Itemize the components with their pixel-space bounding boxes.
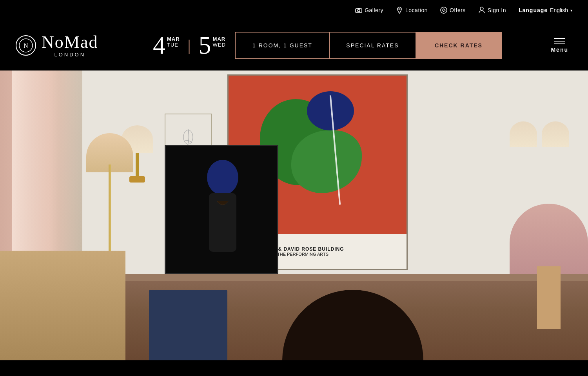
offers-nav-item[interactable]: Offers [440, 7, 466, 14]
tag-icon [440, 7, 447, 14]
gallery-label: Gallery [365, 7, 383, 13]
top-navigation: Gallery Location Offers Sign In La [0, 0, 588, 20]
black-painting [165, 145, 278, 274]
booking-bar: 4 MAR TUE | 5 MAR WED 1 ROOM, 1 GUEST SP… [143, 32, 502, 59]
language-selector[interactable]: Language English ▾ [519, 7, 572, 13]
language-label: Language [519, 7, 548, 13]
pink-lamp-right [510, 204, 588, 337]
camera-icon [355, 7, 362, 14]
checkout-day: 5 [199, 33, 211, 58]
room-guest-button[interactable]: 1 ROOM, 1 GUEST [235, 32, 329, 59]
hero-section: THE SAMUEL B. & DAVID ROSE BUILDING COLN… [0, 70, 588, 360]
date-section[interactable]: 4 MAR TUE | 5 MAR WED [143, 33, 235, 58]
special-rates-button[interactable]: SPECIAL RATES [329, 32, 416, 59]
checkout-weekday: WED [213, 42, 226, 48]
location-label: Location [405, 7, 428, 13]
checkin-weekday: TUE [167, 42, 180, 48]
location-icon [396, 7, 403, 14]
svg-point-9 [207, 160, 238, 195]
svg-point-5 [480, 7, 483, 10]
svg-point-4 [441, 7, 447, 13]
menu-label: Menu [551, 47, 568, 53]
logo-location: LONDON [42, 52, 98, 58]
checkin-month: MAR [167, 36, 180, 42]
hamburger-icon [554, 38, 565, 44]
svg-text:N: N [24, 42, 28, 49]
offers-label: Offers [450, 7, 466, 13]
checkout-month: MAR [213, 36, 226, 42]
logo-text: NoMad LONDON [42, 34, 98, 58]
signin-label: Sign In [488, 7, 506, 13]
chevron-down-icon: ▾ [570, 8, 572, 13]
main-header: N NoMad LONDON 4 MAR TUE | 5 MAR WED [0, 20, 588, 70]
fireplace-arch [282, 290, 423, 360]
menu-button[interactable]: Menu [547, 34, 572, 57]
svg-rect-2 [358, 8, 360, 9]
checkin-day: 4 [153, 33, 165, 58]
check-rates-button[interactable]: CHECK RATES [416, 32, 502, 59]
checkout-date[interactable]: 5 MAR WED [199, 33, 226, 58]
date-separator: | [180, 38, 199, 53]
location-nav-item[interactable]: Location [396, 7, 428, 14]
gallery-nav-item[interactable]: Gallery [355, 7, 383, 14]
svg-point-1 [358, 9, 360, 12]
logo-name: NoMad [42, 34, 98, 51]
chair [149, 290, 227, 360]
user-icon [478, 7, 485, 14]
language-current: English [550, 7, 568, 13]
svg-point-3 [399, 8, 400, 10]
logo-container[interactable]: N NoMad LONDON [16, 34, 98, 58]
signin-nav-item[interactable]: Sign In [478, 7, 506, 14]
sconce-right [510, 121, 572, 184]
checkin-date[interactable]: 4 MAR TUE [153, 33, 180, 58]
logo-circle-icon: N [16, 35, 36, 56]
desk-area [0, 251, 125, 360]
